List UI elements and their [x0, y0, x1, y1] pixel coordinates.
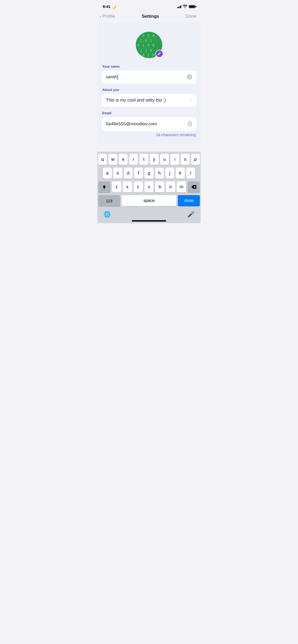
- about-input-container[interactable]: This is my cool and witty bio :) ›: [102, 94, 196, 107]
- wifi-icon: [183, 5, 187, 9]
- email-section: Email 0a49e555@moodiov.com 24 characters…: [102, 111, 196, 137]
- key-w[interactable]: w: [109, 154, 117, 165]
- key-k[interactable]: k: [176, 168, 184, 179]
- status-bar: 9:41 🌙: [97, 0, 201, 12]
- nav-bar: ‹ Profile Settings Done: [97, 12, 201, 22]
- key-a[interactable]: a: [103, 168, 112, 179]
- about-label: About you: [102, 88, 196, 92]
- shift-key[interactable]: [98, 181, 110, 192]
- key-p[interactable]: p: [191, 154, 200, 165]
- key-t[interactable]: t: [139, 154, 148, 165]
- keyboard-row-4: 123 space done: [98, 195, 200, 206]
- lock-icon: [187, 121, 192, 127]
- key-f[interactable]: f: [134, 168, 143, 179]
- key-q[interactable]: q: [98, 154, 107, 165]
- battery-icon: [189, 5, 195, 8]
- backspace-key[interactable]: [188, 181, 200, 192]
- key-e[interactable]: e: [119, 154, 128, 165]
- key-r[interactable]: r: [129, 154, 138, 165]
- key-j[interactable]: j: [165, 168, 174, 179]
- key-n[interactable]: n: [166, 181, 175, 192]
- about-value: This is my cool and witty bio :): [106, 98, 191, 103]
- key-x[interactable]: x: [123, 181, 132, 192]
- key-y[interactable]: y: [150, 154, 159, 165]
- avatar-section: 0 0 0 0 1 0 1 0 1 0 0 1 1 0 0 0 1 0 0 1 …: [102, 27, 196, 65]
- signal-bars-icon: [177, 5, 182, 8]
- email-value: 0a49e555@moodiov.com: [106, 121, 187, 127]
- edit-avatar-button[interactable]: [155, 50, 163, 58]
- svg-point-3: [189, 124, 190, 125]
- avatar-container: 0 0 0 0 1 0 1 0 1 0 0 1 1 0 0 0 1 0 0 1 …: [136, 32, 162, 58]
- email-input-container[interactable]: 0a49e555@moodiov.com: [102, 117, 196, 131]
- backspace-icon: [191, 185, 196, 189]
- key-h[interactable]: h: [155, 168, 164, 179]
- keyboard-row-1: q w e r t y u i o p: [98, 154, 200, 165]
- done-nav-button[interactable]: Done: [186, 14, 196, 19]
- text-cursor: [118, 75, 118, 80]
- chevron-left-icon: ‹: [100, 14, 101, 19]
- key-z[interactable]: z: [112, 181, 121, 192]
- back-button[interactable]: ‹ Profile: [100, 14, 115, 19]
- key-u[interactable]: u: [160, 154, 169, 165]
- key-l[interactable]: l: [186, 168, 195, 179]
- key-i[interactable]: i: [170, 154, 179, 165]
- key-b[interactable]: b: [155, 181, 164, 192]
- email-label: Email: [102, 111, 196, 115]
- pencil-icon: [157, 52, 161, 56]
- bio-chevron-icon: ›: [191, 98, 192, 103]
- name-input-container[interactable]: sarah: [102, 71, 196, 84]
- shift-icon: [102, 185, 107, 189]
- status-time: 9:41 🌙: [103, 4, 116, 9]
- about-section: About you This is my cool and witty bio …: [102, 88, 196, 107]
- char-count: 24 characters remaining: [102, 133, 196, 137]
- page-title: Settings: [142, 14, 159, 19]
- keyboard-done-key[interactable]: done: [178, 195, 200, 206]
- key-v[interactable]: v: [145, 181, 154, 192]
- keyboard: q w e r t y u i o p a s d f g h j k l z …: [97, 152, 201, 223]
- keyboard-row-2: a s d f g h j k l: [98, 168, 200, 179]
- home-indicator: [132, 220, 166, 222]
- key-s[interactable]: s: [113, 168, 122, 179]
- keyboard-row-3: z x c v b n m: [98, 181, 200, 192]
- back-label[interactable]: Profile: [102, 14, 115, 19]
- clear-button[interactable]: [187, 74, 192, 80]
- space-key[interactable]: space: [122, 195, 177, 206]
- content-area: 0 0 0 0 1 0 1 0 1 0 0 1 1 0 0 0 1 0 0 1 …: [97, 22, 201, 144]
- name-section: Your name sarah: [102, 65, 196, 84]
- status-icons: [177, 5, 196, 9]
- globe-icon[interactable]: 🌐: [103, 211, 111, 218]
- microphone-icon[interactable]: 🎤: [187, 211, 195, 218]
- numbers-key[interactable]: 123: [98, 195, 120, 206]
- name-label: Your name: [102, 65, 196, 68]
- key-d[interactable]: d: [124, 168, 133, 179]
- key-m[interactable]: m: [177, 181, 186, 192]
- key-g[interactable]: g: [145, 168, 153, 179]
- key-c[interactable]: c: [134, 181, 143, 192]
- key-o[interactable]: o: [181, 154, 189, 165]
- name-value: sarah: [106, 74, 118, 80]
